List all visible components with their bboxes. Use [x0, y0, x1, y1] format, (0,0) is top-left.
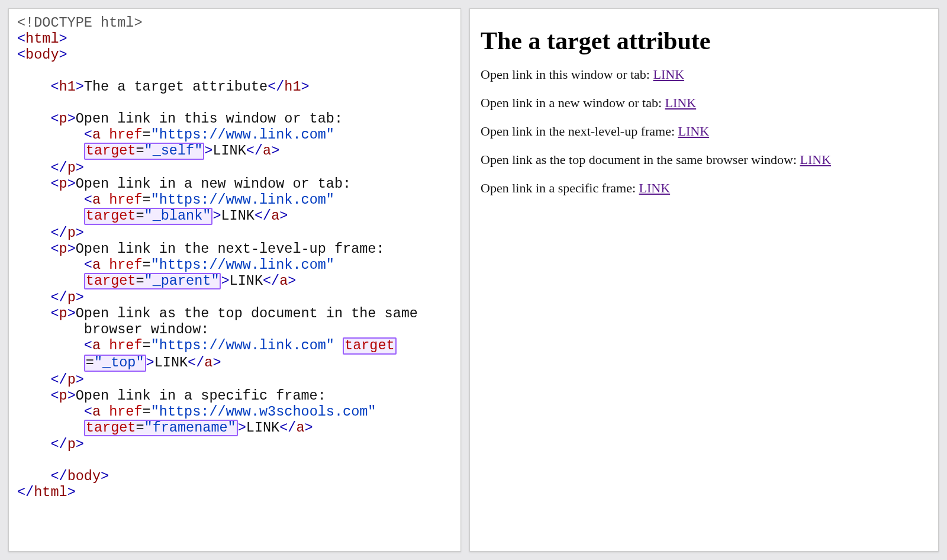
preview-item-4-text: Open link in a specific frame:	[481, 181, 639, 195]
highlight-target-parent: target="_parent"	[84, 273, 221, 290]
doctype-line: <!DOCTYPE html>	[17, 15, 143, 31]
highlight-target-top-val: ="_top"	[84, 355, 146, 372]
preview-item-0-link[interactable]: LINK	[653, 67, 684, 82]
code-panel: <!DOCTYPE html> <html> <body> <h1>The a …	[8, 8, 461, 552]
highlight-target-self: target="_self"	[84, 143, 204, 160]
highlight-target-framename: target="framename"	[84, 420, 238, 437]
preview-item-2-text: Open link in the next-level-up frame:	[481, 124, 678, 139]
preview-item-2: Open link in the next-level-up frame: LI…	[481, 124, 927, 139]
preview-heading: The a target attribute	[481, 27, 927, 55]
preview-item-1-link[interactable]: LINK	[665, 95, 697, 110]
preview-item-3-text: Open link as the top document in the sam…	[481, 152, 800, 167]
para5-text: Open link in a specific frame:	[76, 388, 326, 404]
html-close-tag: html	[34, 484, 67, 500]
para4a-text: Open link as the top document in the sam…	[76, 305, 418, 321]
html-open-tag: html	[25, 31, 59, 47]
preview-item-3-link[interactable]: LINK	[800, 152, 832, 167]
source-code[interactable]: <!DOCTYPE html> <html> <body> <h1>The a …	[17, 15, 452, 500]
preview-item-3: Open link as the top document in the sam…	[481, 152, 927, 168]
para1-text: Open link in this window or tab:	[76, 111, 343, 127]
para4b-text: browser window:	[84, 321, 210, 337]
h1-text: The a target attribute	[84, 79, 268, 95]
preview-item-0: Open link in this window or tab: LINK	[481, 67, 927, 82]
preview-panel: The a target attribute Open link in this…	[469, 8, 939, 552]
body-open-tag: body	[25, 47, 59, 63]
para2-text: Open link in a new window or tab:	[76, 176, 351, 192]
preview-item-0-text: Open link in this window or tab:	[481, 67, 653, 82]
para3-text: Open link in the next-level-up frame:	[76, 241, 385, 257]
preview-item-4: Open link in a specific frame: LINK	[481, 181, 927, 196]
highlight-target-top-attr: target	[343, 337, 397, 355]
preview-item-1-text: Open link in a new window or tab:	[481, 95, 665, 110]
preview-item-1: Open link in a new window or tab: LINK	[481, 95, 927, 111]
preview-item-2-link[interactable]: LINK	[678, 124, 710, 139]
preview-item-4-link[interactable]: LINK	[639, 181, 671, 195]
body-close-tag: body	[67, 468, 101, 484]
highlight-target-blank: target="_blank"	[84, 208, 213, 225]
